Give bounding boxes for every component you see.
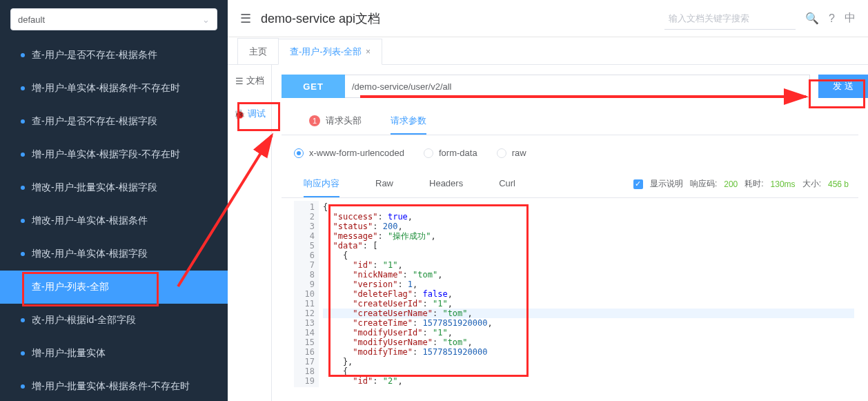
response-body-editor[interactable]: 12345678910111213141516171819 { "success… xyxy=(294,201,858,387)
mode-tab-debug[interactable]: 🐞 调试 xyxy=(234,108,266,120)
sidebar-item[interactable]: 增-用户-单实体-根据字段-不存在时 xyxy=(0,138,228,171)
response-tab-curl[interactable]: Curl xyxy=(499,170,515,197)
sidebar-item[interactable]: 查-用户-是否不存在-根据字段 xyxy=(0,105,228,138)
param-tab-headers[interactable]: 1 请求头部 xyxy=(309,108,362,135)
sidebar-item[interactable]: 增-用户-单实体-根据条件-不存在时 xyxy=(0,72,228,105)
mode-tabs: ☰ 文档 🐞 调试 xyxy=(228,65,272,401)
sidebar-item[interactable]: 查-用户-列表-全部 xyxy=(0,271,228,304)
search-input[interactable] xyxy=(664,8,796,30)
content-tab[interactable]: 查-用户-列表-全部× xyxy=(278,39,382,65)
sidebar-item[interactable]: 增-用户-批量实体-根据条件-不存在时 xyxy=(0,370,228,401)
http-method[interactable]: GET xyxy=(282,75,345,98)
response-time: 130ms xyxy=(771,179,796,189)
project-selector[interactable]: default ⌄ xyxy=(10,8,217,30)
sidebar-item[interactable]: 增改-用户-单实体-根据字段 xyxy=(0,237,228,271)
show-description-checkbox[interactable]: ✓ xyxy=(633,179,643,189)
response-size: 456 b xyxy=(828,179,849,189)
sidebar-item[interactable]: 改-用户-根据id-全部字段 xyxy=(0,304,228,337)
body-type-radio[interactable]: form-data xyxy=(424,148,477,158)
help-icon[interactable]: ? xyxy=(829,12,835,25)
param-tabs: 1 请求头部 请求参数 xyxy=(282,108,858,135)
response-tab-content[interactable]: 响应内容 xyxy=(304,170,339,197)
workspace: GET 发 送 1 请求头部 请求参数 x-www-form-urlencode… xyxy=(272,65,868,401)
sidebar-item[interactable]: 查-用户-是否不存在-根据条件 xyxy=(0,39,228,72)
body-type-radio[interactable]: raw xyxy=(497,148,526,158)
status-code: 200 xyxy=(724,179,738,189)
bug-icon: 🐞 xyxy=(234,109,245,119)
body-type-radios: x-www-form-urlencodedform-dataraw xyxy=(272,135,868,170)
page-title: demo-service api文档 xyxy=(261,10,655,27)
request-bar: GET 发 送 xyxy=(282,75,868,98)
content-tabs: 主页查-用户-列表-全部× xyxy=(228,37,868,65)
mode-tab-doc[interactable]: ☰ 文档 xyxy=(235,75,264,87)
document-icon: ☰ xyxy=(235,76,244,86)
response-meta: ✓ 显示说明 响应码: 200 耗时: 130ms 大小: 456 b xyxy=(633,178,849,190)
response-tabs: 响应内容 Raw Headers Curl ✓ 显示说明 响应码: 200 耗时… xyxy=(282,170,858,198)
language-switcher[interactable]: 中 xyxy=(845,11,856,26)
main-area: ☰ demo-service api文档 🔍 ? 中 主页查-用户-列表-全部×… xyxy=(228,0,868,401)
api-list: 查-用户-是否不存在-根据条件增-用户-单实体-根据条件-不存在时查-用户-是否… xyxy=(0,39,228,401)
project-selector-value: default xyxy=(18,14,45,25)
content-tab[interactable]: 主页 xyxy=(237,38,279,64)
url-input[interactable] xyxy=(345,75,810,98)
param-tab-params[interactable]: 请求参数 xyxy=(391,108,426,135)
send-button[interactable]: 发 送 xyxy=(818,75,868,98)
body-type-radio[interactable]: x-www-form-urlencoded xyxy=(294,148,404,158)
close-icon[interactable]: × xyxy=(366,47,371,57)
response-tab-raw[interactable]: Raw xyxy=(375,170,393,197)
sidebar-item[interactable]: 增改-用户-批量实体-根据字段 xyxy=(0,171,228,204)
sidebar-item[interactable]: 增改-用户-单实体-根据条件 xyxy=(0,204,228,237)
response-tab-headers[interactable]: Headers xyxy=(429,170,463,197)
header-count-badge: 1 xyxy=(309,115,320,126)
search-icon[interactable]: 🔍 xyxy=(805,12,819,25)
sidebar-item[interactable]: 增-用户-批量实体 xyxy=(0,337,228,370)
sidebar: default ⌄ 查-用户-是否不存在-根据条件增-用户-单实体-根据条件-不… xyxy=(0,0,228,401)
collapse-sidebar-icon[interactable]: ☰ xyxy=(240,11,251,26)
chevron-down-icon: ⌄ xyxy=(202,14,210,25)
topbar: ☰ demo-service api文档 🔍 ? 中 xyxy=(228,0,868,37)
